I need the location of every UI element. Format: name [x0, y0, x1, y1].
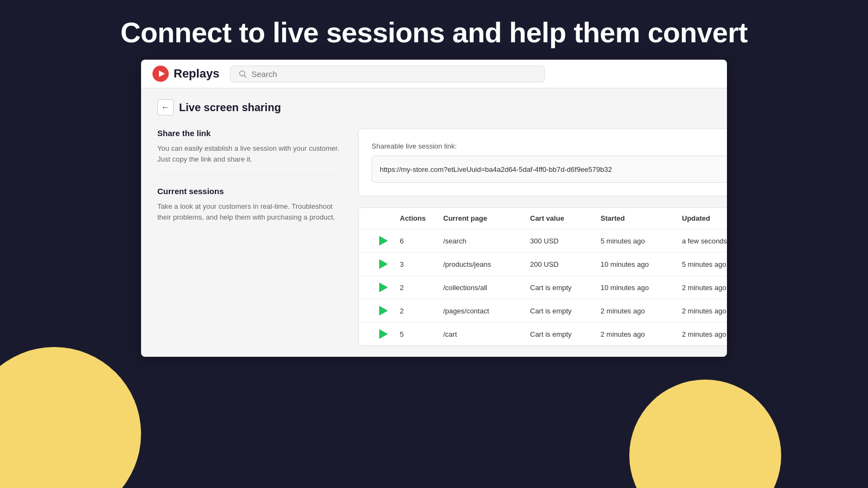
back-arrow-icon: ← — [161, 102, 170, 112]
row-cart: Cart is empty — [530, 307, 601, 315]
top-bar: Replays — [141, 60, 727, 88]
sessions-section-title: Current sessions — [157, 187, 342, 196]
play-button[interactable] — [367, 236, 400, 246]
share-section-title: Share the link — [157, 129, 342, 138]
link-url: https://my-store.com?etLiveUuid=ba4a2d64… — [380, 165, 727, 174]
logo-area: Replays — [152, 65, 219, 82]
row-cart: 300 USD — [530, 237, 601, 245]
logo-text: Replays — [174, 67, 219, 81]
two-col-layout: Share the link You can easily establish … — [157, 129, 711, 346]
row-page: /search — [443, 237, 530, 245]
th-current-page: Current page — [443, 214, 530, 222]
row-cart: 200 USD — [530, 260, 601, 268]
page-title: Live screen sharing — [179, 101, 281, 114]
row-page: /cart — [443, 330, 530, 338]
row-id: 3 — [400, 260, 443, 268]
table-row[interactable]: 2 /pages/contact Cart is empty 2 minutes… — [359, 299, 727, 323]
row-cart: Cart is empty — [530, 284, 601, 292]
search-input[interactable] — [251, 69, 537, 79]
link-box: https://my-store.com?etLiveUuid=ba4a2d64… — [372, 156, 727, 183]
svg-line-3 — [244, 75, 246, 78]
search-icon — [238, 69, 247, 78]
main-content: ← Live screen sharing Share the link You… — [141, 88, 727, 357]
decoration-circle-right — [629, 380, 781, 488]
share-section: Share the link You can easily establish … — [157, 129, 342, 164]
row-started: 5 minutes ago — [601, 237, 682, 245]
search-bar[interactable] — [230, 66, 545, 82]
play-icon — [379, 236, 388, 246]
row-page: /products/jeans — [443, 260, 530, 268]
row-updated: 2 minutes ago — [682, 307, 727, 315]
th-actions: Actions — [400, 214, 443, 222]
play-icon — [379, 306, 388, 316]
table-row[interactable]: 3 /products/jeans 200 USD 10 minutes ago… — [359, 253, 727, 276]
row-started: 2 minutes ago — [601, 307, 682, 315]
divider-1 — [157, 175, 342, 176]
link-label: Shareable live session link: — [372, 142, 727, 150]
play-button[interactable] — [367, 259, 400, 269]
sessions-table: Actions Current page Cart value Started … — [358, 207, 727, 346]
row-id: 5 — [400, 330, 443, 338]
share-link-card: Shareable live session link: https://my-… — [358, 129, 727, 196]
play-icon — [379, 329, 388, 339]
row-updated: a few seconds ago — [682, 237, 727, 245]
replays-logo-icon — [152, 65, 169, 82]
row-started: 10 minutes ago — [601, 260, 682, 268]
table-row[interactable]: 6 /search 300 USD 5 minutes ago a few se… — [359, 229, 727, 253]
row-started: 10 minutes ago — [601, 284, 682, 292]
table-body: 6 /search 300 USD 5 minutes ago a few se… — [359, 229, 727, 345]
row-page: /collections/all — [443, 284, 530, 292]
row-id: 2 — [400, 307, 443, 315]
right-column: Shareable live session link: https://my-… — [358, 129, 727, 346]
th-cart-value: Cart value — [530, 214, 601, 222]
row-started: 2 minutes ago — [601, 330, 682, 338]
sessions-section-left: Current sessions Take a look at your cus… — [157, 187, 342, 222]
table-header: Actions Current page Cart value Started … — [359, 208, 727, 229]
sessions-section-desc: Take a look at your customers in real-ti… — [157, 201, 342, 222]
svg-point-2 — [240, 71, 245, 76]
row-id: 2 — [400, 284, 443, 292]
th-updated: Updated — [682, 214, 727, 222]
play-button[interactable] — [367, 282, 400, 292]
row-updated: 2 minutes ago — [682, 284, 727, 292]
hero-title: Connect to live sessions and help them c… — [0, 0, 868, 60]
play-icon — [379, 282, 388, 292]
app-container: Replays ← Live screen sharing Share t — [141, 60, 727, 357]
back-button[interactable]: ← — [157, 99, 174, 115]
row-updated: 2 minutes ago — [682, 330, 727, 338]
th-started: Started — [601, 214, 682, 222]
row-page: /pages/contact — [443, 307, 530, 315]
share-section-desc: You can easily establish a live session … — [157, 143, 342, 164]
row-updated: 5 minutes ago — [682, 260, 727, 268]
play-button[interactable] — [367, 306, 400, 316]
left-column: Share the link You can easily establish … — [157, 129, 342, 346]
decoration-circle-left — [0, 347, 141, 488]
table-row[interactable]: 2 /collections/all Cart is empty 10 minu… — [359, 276, 727, 299]
row-cart: Cart is empty — [530, 330, 601, 338]
play-icon — [379, 259, 388, 269]
play-button[interactable] — [367, 329, 400, 339]
table-row[interactable]: 5 /cart Cart is empty 2 minutes ago 2 mi… — [359, 323, 727, 345]
back-row: ← Live screen sharing — [157, 99, 711, 115]
row-id: 6 — [400, 237, 443, 245]
th-empty — [367, 214, 400, 222]
